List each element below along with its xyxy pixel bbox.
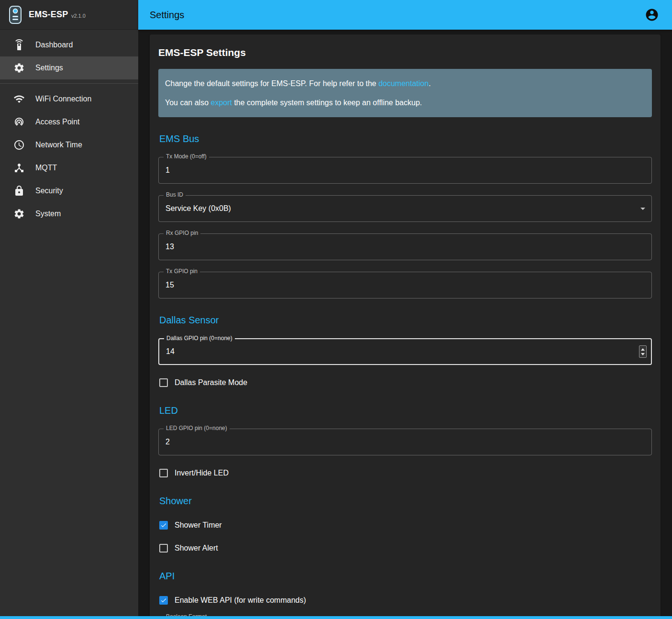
appbar: Settings	[138, 0, 672, 30]
info-text: the complete system settings to keep an …	[232, 99, 422, 107]
sidebar-item-label: WiFi Connection	[35, 95, 91, 103]
documentation-link[interactable]: documentation	[378, 79, 429, 88]
shower-timer-row[interactable]: Shower Timer	[159, 519, 652, 531]
device-remote-icon	[13, 39, 25, 51]
info-text: .	[429, 79, 430, 88]
invert-led-checkbox[interactable]	[159, 469, 168, 477]
tx-gpio-field: Tx GPIO pin	[158, 272, 652, 298]
led-gpio-label: LED GPIO pin (0=none)	[164, 425, 230, 431]
led-gpio-field: LED GPIO pin (0=none)	[158, 429, 652, 455]
sidebar-item-settings[interactable]: Settings	[0, 56, 138, 79]
sidebar-item-label: Network Time	[35, 141, 82, 149]
led-gpio-input[interactable]	[159, 429, 651, 455]
main-area: Settings EMS-ESP Settings Change the def…	[138, 0, 672, 619]
invert-led-label: Invert/Hide LED	[175, 469, 229, 477]
dallas-parasite-label: Dallas Parasite Mode	[175, 378, 247, 387]
section-dallas-sensor: Dallas Sensor	[159, 315, 652, 326]
sidebar-divider	[0, 83, 138, 84]
shower-timer-label: Shower Timer	[175, 521, 222, 530]
app-logo-icon	[9, 5, 22, 24]
card-title: EMS-ESP Settings	[158, 47, 652, 58]
gear-icon	[13, 62, 25, 74]
tx-mode-input[interactable]	[159, 157, 651, 183]
account-circle-icon	[645, 8, 659, 22]
sidebar-item-wifi-connection[interactable]: WiFi Connection	[0, 88, 138, 111]
tx-gpio-input[interactable]	[159, 272, 651, 298]
section-shower: Shower	[159, 496, 652, 507]
section-api: API	[159, 571, 652, 582]
page-title: Settings	[150, 10, 184, 21]
enable-web-api-row[interactable]: Enable WEB API (for write commands)	[159, 594, 652, 607]
info-banner: Change the default settings for EMS-ESP.…	[158, 69, 652, 117]
shower-alert-row[interactable]: Shower Alert	[159, 542, 652, 554]
dallas-gpio-label: Dallas GPIO pin (0=none)	[164, 335, 235, 342]
enable-web-api-label: Enable WEB API (for write commands)	[175, 596, 306, 605]
sidebar-item-system[interactable]: System	[0, 202, 138, 225]
tx-mode-field: Tx Mode (0=off)	[158, 157, 652, 184]
bus-id-select[interactable]: Bus ID Service Key (0x0B)	[158, 195, 652, 222]
check-icon	[160, 521, 167, 529]
bottom-accent-bar	[0, 616, 672, 619]
gear-icon	[13, 208, 25, 220]
info-line-1: Change the default settings for EMS-ESP.…	[165, 78, 645, 89]
sidebar-item-label: System	[35, 210, 61, 218]
app-header: EMS-ESP v2.1.0	[0, 0, 138, 30]
sidebar-item-label: Access Point	[35, 118, 79, 126]
bus-id-value: Service Key (0x0B)	[159, 196, 651, 221]
shower-alert-checkbox[interactable]	[159, 544, 168, 553]
account-button[interactable]	[642, 5, 661, 24]
dallas-parasite-row[interactable]: Dallas Parasite Mode	[159, 376, 652, 389]
tx-gpio-label: Tx GPIO pin	[164, 268, 200, 275]
info-text: You can also	[165, 99, 210, 107]
check-icon	[160, 597, 167, 604]
rx-gpio-field: Rx GPIO pin	[158, 233, 652, 260]
settings-card: EMS-ESP Settings Change the default sett…	[150, 34, 661, 619]
sidebar-item-access-point[interactable]: Access Point	[0, 111, 138, 133]
shower-alert-label: Shower Alert	[175, 544, 218, 553]
app-name: EMS-ESP	[29, 10, 68, 19]
sidebar-item-dashboard[interactable]: Dashboard	[0, 33, 138, 56]
info-text: Change the default settings for EMS-ESP.…	[165, 79, 378, 88]
sidebar-item-label: Security	[35, 187, 63, 195]
number-spinner[interactable]	[639, 345, 647, 358]
lock-icon	[13, 185, 25, 197]
tx-mode-label: Tx Mode (0=off)	[164, 153, 209, 160]
dallas-gpio-field: Dallas GPIO pin (0=none)	[158, 338, 652, 365]
export-link[interactable]: export	[210, 99, 231, 107]
invert-led-row[interactable]: Invert/Hide LED	[159, 467, 652, 479]
dallas-parasite-checkbox[interactable]	[159, 378, 168, 387]
sidebar-item-label: Dashboard	[35, 41, 73, 49]
sidebar-item-network-time[interactable]: Network Time	[0, 133, 138, 156]
section-ems-bus: EMS Bus	[159, 133, 652, 144]
wifi-tethering-icon	[13, 116, 25, 128]
spinner-down-icon[interactable]	[641, 353, 645, 355]
rx-gpio-input[interactable]	[159, 234, 651, 260]
device-hub-icon	[13, 162, 25, 174]
rx-gpio-label: Rx GPIO pin	[164, 230, 200, 236]
content: EMS-ESP Settings Change the default sett…	[138, 30, 672, 619]
sidebar-item-security[interactable]: Security	[0, 179, 138, 202]
sidebar-item-label: MQTT	[35, 164, 57, 172]
sidebar-item-label: Settings	[35, 64, 63, 72]
shower-timer-checkbox[interactable]	[159, 521, 168, 530]
bus-id-label: Bus ID	[164, 191, 186, 198]
section-led: LED	[159, 405, 652, 416]
enable-web-api-checkbox[interactable]	[159, 596, 168, 605]
app-version: v2.1.0	[71, 13, 86, 19]
wifi-icon	[13, 93, 25, 105]
sidebar-nav: Dashboard Settings WiFi Connection A	[0, 30, 138, 225]
sidebar-item-mqtt[interactable]: MQTT	[0, 156, 138, 179]
dallas-gpio-input[interactable]	[159, 339, 651, 364]
info-line-2: You can also export the complete system …	[165, 98, 645, 108]
page: EMS-ESP v2.1.0 Dashboard Settings	[0, 0, 672, 619]
clock-icon	[13, 139, 25, 151]
sidebar: EMS-ESP v2.1.0 Dashboard Settings	[0, 0, 138, 619]
spinner-up-icon[interactable]	[641, 348, 645, 351]
